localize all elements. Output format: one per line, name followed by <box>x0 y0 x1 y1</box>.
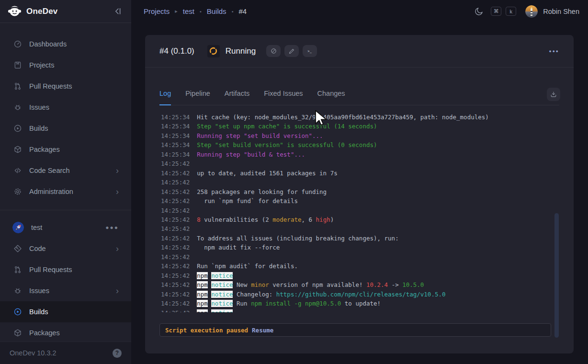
cancel-build-button[interactable] <box>266 45 281 57</box>
build-actions <box>266 45 317 57</box>
breadcrumb-projects[interactable]: Projects <box>144 7 170 15</box>
log-timestamp: 14:25:42 <box>161 272 190 279</box>
log-timestamp: 14:25:34 <box>161 123 190 130</box>
code-search-icon <box>13 166 22 175</box>
sidebar-item-pull-requests[interactable]: Pull Requests <box>0 76 131 97</box>
pull-request-icon <box>13 82 22 91</box>
log-timestamp: 14:25:42 <box>161 170 190 177</box>
topbar-right: ⌘k Robin Shen <box>474 5 579 18</box>
log-timestamp: 14:25:42 <box>161 253 190 261</box>
bug-icon <box>13 103 22 112</box>
running-spinner-icon <box>207 45 220 57</box>
sidebar-project-test[interactable]: test ●●● <box>0 217 131 238</box>
username[interactable]: Robin Shen <box>543 8 579 15</box>
dashboard-icon <box>13 40 22 48</box>
tab-artifacts[interactable]: Artifacts <box>225 90 249 105</box>
build-title: #4 (0.1.0) <box>159 46 194 56</box>
log-timestamp: 14:25:42 <box>161 281 190 288</box>
sidebar-item-administration[interactable]: Administration › <box>0 181 131 202</box>
log-line: 14:25:42 <box>161 159 549 168</box>
sidebar-item-packages[interactable]: Packages <box>0 139 131 160</box>
chevron-right-icon: › <box>116 244 119 253</box>
chevron-right-icon: › <box>116 166 119 175</box>
onedev-logo-icon <box>8 5 22 18</box>
log-line: 14:25:42258 packages are looking for fun… <box>161 187 549 196</box>
log-timestamp: 14:25:42 <box>161 179 190 186</box>
log-timestamp: 14:25:42 <box>161 262 190 270</box>
play-circle-icon <box>13 307 22 316</box>
log-line: 14:25:42npm notice <box>161 271 549 280</box>
web-terminal-button[interactable] <box>303 45 317 57</box>
log-line: 14:25:34Step "set build version" is succ… <box>161 140 549 149</box>
log-timestamp: 14:25:34 <box>161 151 190 158</box>
chevron-right-icon: › <box>116 187 119 196</box>
log-line: 14:25:428 vulnerabilities (2 moderate, 6… <box>161 215 549 224</box>
build-header: #4 (0.1.0) Running ••• <box>145 35 574 68</box>
log-line: 14:25:34Step "set up npm cache" is succe… <box>161 122 549 131</box>
log-line: 14:25:42up to date, audited 1561 package… <box>161 169 549 178</box>
moon-icon[interactable] <box>474 7 484 16</box>
sidebar-divider <box>0 210 131 210</box>
log-timestamp: 14:25:34 <box>161 141 190 148</box>
log-timestamp: 14:25:42 <box>161 225 190 232</box>
sidebar-header: OneDev <box>0 0 131 23</box>
keycap-k: k <box>506 7 516 16</box>
log-line: 14:25:42npm notice Run npm install -g np… <box>161 299 549 308</box>
breadcrumb-build-number[interactable]: • #4 <box>232 7 247 15</box>
log-line: 14:25:42 <box>161 224 549 233</box>
edit-build-button[interactable] <box>284 45 299 57</box>
project-name: test <box>31 224 42 231</box>
sidebar-item-builds[interactable]: Builds <box>0 118 131 139</box>
log-line: 14:25:42npm notice Changelog: https://gi… <box>161 290 549 299</box>
bug-icon <box>13 286 22 295</box>
tab-pipeline[interactable]: Pipeline <box>185 90 210 105</box>
ban-icon <box>270 47 277 55</box>
sidebar: OneDev Dashboards Projects Pull Requests… <box>0 0 131 364</box>
tab-fixed-issues[interactable]: Fixed Issues <box>264 90 303 105</box>
package-icon <box>13 329 22 337</box>
avatar[interactable] <box>525 5 538 18</box>
sidebar-collapse-icon[interactable] <box>113 7 123 16</box>
help-icon[interactable]: ? <box>113 349 122 358</box>
pencil-icon <box>288 47 295 55</box>
project-menu-ellipsis-icon[interactable]: ●●● <box>105 224 119 231</box>
log-timestamp: 14:25:42 <box>161 309 190 312</box>
project-rocket-avatar <box>12 222 24 233</box>
sidebar-item-dashboards[interactable]: Dashboards <box>0 34 131 55</box>
sidebar-item-issues[interactable]: Issues <box>0 97 131 118</box>
sidebar-item-project-builds[interactable]: Builds <box>0 301 131 322</box>
tab-changes[interactable]: Changes <box>317 90 345 105</box>
brand-name: OneDev <box>26 7 57 16</box>
log-line: 14:25:42 <box>161 206 549 215</box>
sidebar-item-project-packages[interactable]: Packages <box>0 322 131 343</box>
breadcrumb-separator: • <box>232 9 234 14</box>
gear-icon <box>13 187 22 196</box>
sidebar-item-project-pull-requests[interactable]: Pull Requests <box>0 259 131 280</box>
log-line: 14:25:42 <box>161 178 549 187</box>
log-timestamp: 14:25:42 <box>161 188 190 195</box>
project-icon <box>13 61 22 69</box>
build-status: Running <box>207 45 256 57</box>
log-timestamp: 14:25:42 <box>161 235 190 242</box>
tab-log[interactable]: Log <box>159 90 171 105</box>
keycap-cmd: ⌘ <box>491 7 501 16</box>
build-menu-ellipsis-icon[interactable]: ••• <box>549 47 559 55</box>
breadcrumb-builds[interactable]: • Builds <box>200 7 226 15</box>
pause-message: Script execution paused <box>165 327 248 334</box>
download-log-button[interactable] <box>547 88 560 101</box>
tab-bar: LogPipelineArtifactsFixed IssuesChanges <box>159 68 559 105</box>
play-circle-icon <box>13 124 22 133</box>
log-scrollbar-thumb[interactable] <box>554 213 559 338</box>
log-line: 14:25:42 run `npm fund` for details <box>161 196 549 205</box>
sidebar-item-code[interactable]: Code › <box>0 238 131 259</box>
sidebar-item-code-search[interactable]: Code Search › <box>0 160 131 181</box>
log-lines: 14:25:34Hit cache (key: node_modules_32/… <box>161 106 549 312</box>
chevron-right-icon: › <box>116 286 119 295</box>
sidebar-item-project-issues[interactable]: Issues › <box>0 280 131 301</box>
sidebar-item-projects[interactable]: Projects <box>0 55 131 76</box>
sidebar-footer: OneDev 10.3.2 ? <box>0 341 131 364</box>
breadcrumb-test[interactable]: ▸ test <box>175 7 194 15</box>
log-timestamp: 14:25:34 <box>161 132 190 139</box>
resume-link[interactable]: Resume <box>252 327 273 334</box>
breadcrumb-separator: • <box>200 9 202 14</box>
